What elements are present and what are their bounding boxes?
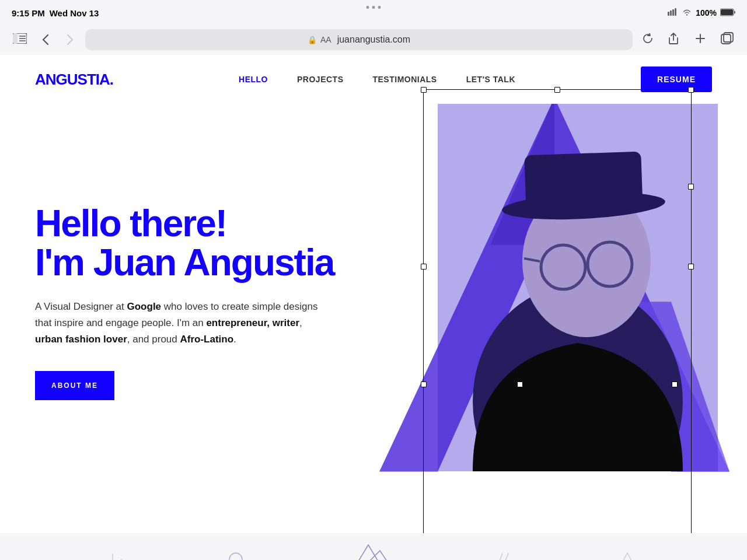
status-right: 100% — [668, 8, 735, 18]
desc-bold3: Afro-Latino — [180, 334, 234, 345]
new-tab-button[interactable] — [690, 29, 711, 50]
svg-rect-0 — [668, 12, 669, 16]
address-bar[interactable]: 🔒 AA juanangustia.com — [85, 29, 633, 50]
sidebar-toggle-button[interactable] — [9, 29, 30, 50]
deco-play-icon — [111, 552, 124, 560]
hero-content: Hello there! I'm Juan Angustia A Visual … — [35, 204, 334, 401]
site-nav: ANGUSTIA. HELLO PROJECTS TESTIMONIALS LE… — [0, 55, 747, 104]
deco-slash-icon — [493, 551, 514, 560]
hero-visual — [309, 86, 747, 495]
site-logo: ANGUSTIA. — [35, 71, 113, 89]
url-display: juanangustia.com — [337, 34, 410, 45]
about-me-button[interactable]: ABOUT ME — [35, 371, 114, 400]
signal-icon — [668, 8, 678, 18]
status-date: Wed Nov 13 — [50, 8, 99, 18]
resume-button[interactable]: RESUME — [641, 66, 712, 92]
hero-description: A Visual Designer at Google who loves to… — [35, 299, 327, 348]
desc-bold1: entrepreneur, writer — [206, 317, 299, 328]
forward-button[interactable] — [61, 30, 79, 49]
person-svg — [438, 98, 718, 471]
status-bar: 9:15 PM Wed Nov 13 100% — [0, 0, 747, 26]
hero-section: Hello there! I'm Juan Angustia A Visual … — [0, 104, 747, 501]
battery-label: 100% — [696, 8, 717, 18]
nav-link-testimonials[interactable]: TESTIMONIALS — [372, 75, 437, 84]
nav-link-projects[interactable]: PROJECTS — [297, 75, 343, 84]
website-content: ANGUSTIA. HELLO PROJECTS TESTIMONIALS LE… — [0, 55, 747, 533]
browser-chrome: 🔒 AA juanangustia.com — [0, 26, 747, 55]
status-time: 9:15 PM — [12, 8, 45, 18]
svg-rect-2 — [672, 9, 674, 16]
desc-google: Google — [127, 301, 162, 312]
deco-triangle-outline-icon — [619, 551, 636, 560]
hero-line1: Hello there! — [35, 202, 226, 244]
svg-marker-31 — [362, 551, 389, 560]
desc-end: , and proud — [127, 334, 180, 345]
aa-label: AA — [320, 35, 331, 44]
svg-marker-30 — [351, 545, 386, 560]
share-button[interactable] — [663, 29, 684, 50]
lock-icon: 🔒 — [308, 36, 317, 44]
deco-triangle-play-icon — [348, 542, 389, 560]
deco-circle-icon — [228, 552, 243, 560]
svg-rect-6 — [721, 9, 733, 15]
nav-links: HELLO PROJECTS TESTIMONIALS LET'S TALK — [239, 75, 515, 84]
nav-link-letstalk[interactable]: LET'S TALK — [466, 75, 515, 84]
desc-mid2: , — [299, 317, 302, 328]
svg-rect-8 — [13, 33, 18, 44]
bottom-bar: 🇺🇸 English › — [0, 533, 747, 560]
three-dots — [366, 6, 381, 9]
battery-icon — [720, 8, 735, 18]
desc-bold2: urban fashion lover — [35, 334, 127, 345]
svg-point-29 — [229, 553, 242, 560]
desc-prefix: A Visual Designer at — [35, 301, 127, 312]
svg-rect-1 — [670, 10, 672, 16]
svg-point-4 — [686, 14, 687, 15]
status-left: 9:15 PM Wed Nov 13 — [12, 8, 99, 18]
wifi-icon — [682, 8, 692, 18]
browser-toolbar: 🔒 AA juanangustia.com — [9, 29, 738, 50]
svg-rect-3 — [675, 8, 676, 16]
reload-button[interactable] — [638, 30, 657, 49]
hero-heading: Hello there! I'm Juan Angustia — [35, 204, 334, 282]
hero-line2: I'm Juan Angustia — [35, 242, 334, 284]
tabs-button[interactable] — [717, 29, 738, 50]
person-image — [438, 98, 718, 471]
nav-link-hello[interactable]: HELLO — [239, 75, 268, 84]
desc-period: . — [233, 334, 236, 345]
back-button[interactable] — [36, 30, 55, 49]
